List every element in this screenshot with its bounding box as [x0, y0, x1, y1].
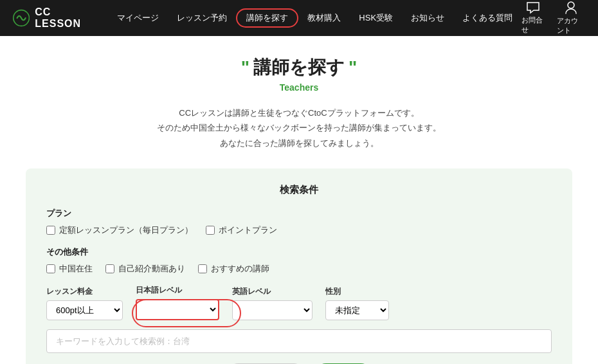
logo-text: CC LESSON — [35, 6, 89, 30]
page-subtitle: Teachers — [26, 82, 572, 93]
keyword-input[interactable] — [46, 329, 552, 353]
other-label: その他条件 — [46, 246, 552, 258]
logo[interactable]: CC LESSON — [13, 6, 89, 30]
contact-label: お問合せ — [521, 15, 544, 35]
page-title: 講師を探す — [253, 55, 345, 80]
plan-daily-checkbox[interactable] — [46, 226, 55, 235]
nav-item-news[interactable]: お知らせ — [402, 12, 453, 24]
plan-checkbox-group: 定額レッスンプラン（毎日プラン） ポイントプラン — [46, 224, 552, 236]
desc-line2: そのため中国全土から様々なバックボーンを持った講師が集まっています。 — [26, 120, 572, 135]
plan-point-item[interactable]: ポイントプラン — [206, 224, 277, 236]
other-recommended-label: おすすめの講師 — [211, 263, 269, 275]
page-heading: " 講師を探す " Teachers — [26, 55, 572, 93]
title-quote-right: " — [349, 57, 357, 78]
other-video-item[interactable]: 自己紹介動画あり — [105, 263, 185, 275]
nav-item-find-teacher[interactable]: 講師を探す — [236, 8, 298, 28]
plan-point-checkbox[interactable] — [206, 226, 215, 235]
lesson-price-label: レッスン料金 — [46, 286, 123, 297]
gender-group: 性別 未指定 男性 女性 — [325, 286, 389, 320]
dropdown-row: レッスン料金 600pt以上 500pt以上 400pt以上 全て 日本語レベル… — [46, 285, 552, 320]
title-quote-left: " — [241, 57, 249, 78]
eigo-select[interactable]: 初級 中級 上級 ネイティブ — [232, 300, 313, 320]
plan-daily-item[interactable]: 定額レッスンプラン（毎日プラン） — [46, 224, 193, 236]
account-label: アカウント — [557, 16, 585, 35]
plan-label: プラン — [46, 208, 552, 219]
desc-line3: あなたに合った講師を探してみましょう。 — [26, 136, 572, 150]
plan-point-label: ポイントプラン — [219, 224, 277, 236]
eigo-group: 英語レベル 初級 中級 上級 ネイティブ — [232, 286, 313, 320]
account-button[interactable]: アカウント — [557, 1, 585, 35]
plan-daily-label: 定額レッスンプラン（毎日プラン） — [59, 224, 193, 236]
header-right: お問合せ アカウント — [521, 1, 585, 35]
nihongo-group: 日本語レベル 初級 中級 上級 ネイティブ — [136, 285, 219, 320]
lesson-price-select[interactable]: 600pt以上 500pt以上 400pt以上 全て — [46, 300, 123, 320]
svg-point-1 — [568, 2, 574, 8]
gender-select[interactable]: 未指定 男性 女性 — [325, 300, 389, 320]
other-china-checkbox[interactable] — [46, 264, 55, 273]
chat-icon — [526, 1, 540, 14]
search-section-title: 検索条件 — [46, 184, 552, 196]
other-video-checkbox[interactable] — [105, 264, 114, 273]
other-checkbox-group: 中国在住 自己紹介動画あり おすすめの講師 — [46, 263, 552, 275]
other-section: その他条件 中国在住 自己紹介動画あり おすすめの講師 — [46, 246, 552, 275]
nav-item-materials[interactable]: 教材購入 — [298, 12, 350, 24]
plan-section: プラン 定額レッスンプラン（毎日プラン） ポイントプラン — [46, 208, 552, 236]
logo-icon — [13, 8, 30, 28]
other-video-label: 自己紹介動画あり — [118, 263, 185, 275]
other-china-item[interactable]: 中国在住 — [46, 263, 93, 275]
nav-item-reserve[interactable]: レッスン予約 — [168, 12, 236, 24]
eigo-label: 英語レベル — [232, 286, 313, 297]
nihongo-label: 日本語レベル — [136, 285, 219, 296]
nav-item-mypage[interactable]: マイページ — [108, 12, 168, 24]
nav-item-faq[interactable]: よくある質問 — [453, 12, 521, 24]
other-recommended-item[interactable]: おすすめの講師 — [198, 263, 269, 275]
nihongo-select[interactable]: 初級 中級 上級 ネイティブ — [136, 299, 219, 320]
nav-item-hsk[interactable]: HSK受験 — [350, 12, 402, 24]
main-nav: マイページ レッスン予約 講師を探す 教材購入 HSK受験 お知らせ よくある質… — [108, 8, 521, 28]
contact-button[interactable]: お問合せ — [521, 1, 544, 35]
other-recommended-checkbox[interactable] — [198, 264, 207, 273]
other-china-label: 中国在住 — [59, 263, 93, 275]
gender-label: 性別 — [325, 286, 389, 297]
desc-line1: CCレッスンは講師と生徒をつなぐCtoCプラットフォームです。 — [26, 105, 572, 120]
page-description: CCレッスンは講師と生徒をつなぐCtoCプラットフォームです。 そのため中国全土… — [26, 105, 572, 150]
lesson-price-group: レッスン料金 600pt以上 500pt以上 400pt以上 全て — [46, 286, 123, 320]
account-icon — [565, 1, 577, 15]
search-box: 検索条件 プラン 定額レッスンプラン（毎日プラン） ポイントプラン その他条件 — [26, 168, 572, 364]
